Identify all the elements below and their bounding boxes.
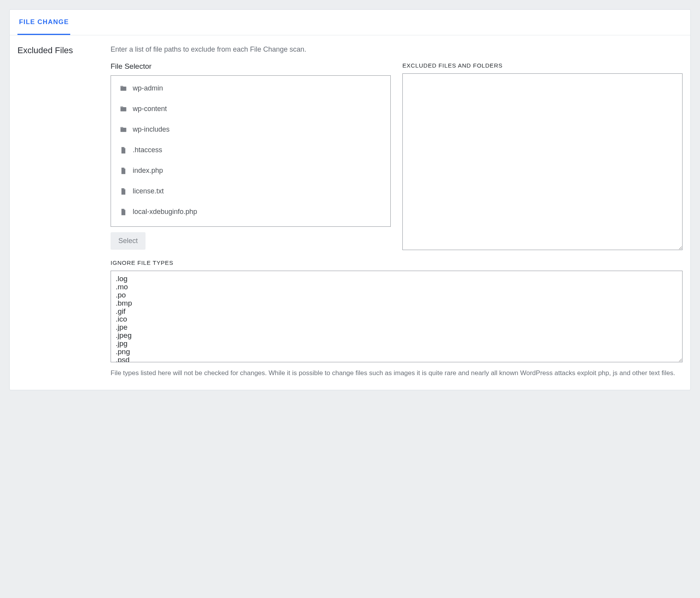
ignore-types-help: File types listed here will not be check… xyxy=(111,368,683,378)
file-item-label: license.txt xyxy=(133,187,164,195)
panel-content: Excluded Files Enter a list of file path… xyxy=(10,35,690,390)
svg-rect-2 xyxy=(121,127,123,128)
folder-icon xyxy=(120,126,127,134)
folder-icon xyxy=(120,105,127,113)
file-selector-column: File Selector wp-adminwp-contentwp-inclu… xyxy=(111,62,391,250)
file-item[interactable]: wp-includes xyxy=(111,119,390,140)
excluded-textarea[interactable] xyxy=(402,73,683,250)
selector-and-excluded-row: File Selector wp-adminwp-contentwp-inclu… xyxy=(111,62,683,250)
ignore-types-label: IGNORE FILE TYPES xyxy=(111,259,683,266)
file-item[interactable]: index.php xyxy=(111,160,390,181)
file-selector-label: File Selector xyxy=(111,62,391,71)
file-selector-list[interactable]: wp-adminwp-contentwp-includes.htaccessin… xyxy=(111,76,390,226)
file-item[interactable]: wp-content xyxy=(111,99,390,119)
ignore-types-section: IGNORE FILE TYPES File types listed here… xyxy=(111,259,683,378)
folder-icon xyxy=(120,85,127,92)
file-item-label: local-xdebuginfo.php xyxy=(133,208,197,216)
excluded-column: EXCLUDED FILES AND FOLDERS xyxy=(402,62,683,250)
file-icon xyxy=(120,208,127,216)
file-selector-box: wp-adminwp-contentwp-includes.htaccessin… xyxy=(111,75,391,227)
select-button[interactable]: Select xyxy=(111,232,146,250)
excluded-label: EXCLUDED FILES AND FOLDERS xyxy=(402,62,683,69)
file-icon xyxy=(120,146,127,154)
file-item-label: wp-includes xyxy=(133,125,170,134)
svg-rect-0 xyxy=(121,86,123,87)
settings-panel: FILE CHANGE Excluded Files Enter a list … xyxy=(9,9,691,390)
file-icon xyxy=(120,167,127,175)
tab-file-change[interactable]: FILE CHANGE xyxy=(17,10,70,35)
section-description: Enter a list of file paths to exclude fr… xyxy=(111,45,683,54)
svg-rect-1 xyxy=(121,106,123,108)
section-header-column: Excluded Files xyxy=(17,45,99,378)
tab-bar: FILE CHANGE xyxy=(10,10,690,35)
file-item[interactable]: wp-admin xyxy=(111,78,390,99)
section-title: Excluded Files xyxy=(17,45,99,56)
file-item-label: .htaccess xyxy=(133,146,162,154)
ignore-types-textarea[interactable] xyxy=(111,271,683,362)
file-item[interactable]: local-xdebuginfo.php xyxy=(111,202,390,222)
file-item-label: index.php xyxy=(133,167,163,175)
file-item[interactable]: license.txt xyxy=(111,181,390,202)
file-item-label: wp-admin xyxy=(133,84,163,92)
file-item-label: wp-content xyxy=(133,105,167,113)
file-item[interactable]: .htaccess xyxy=(111,140,390,160)
section-body-column: Enter a list of file paths to exclude fr… xyxy=(111,45,683,378)
file-icon xyxy=(120,188,127,195)
